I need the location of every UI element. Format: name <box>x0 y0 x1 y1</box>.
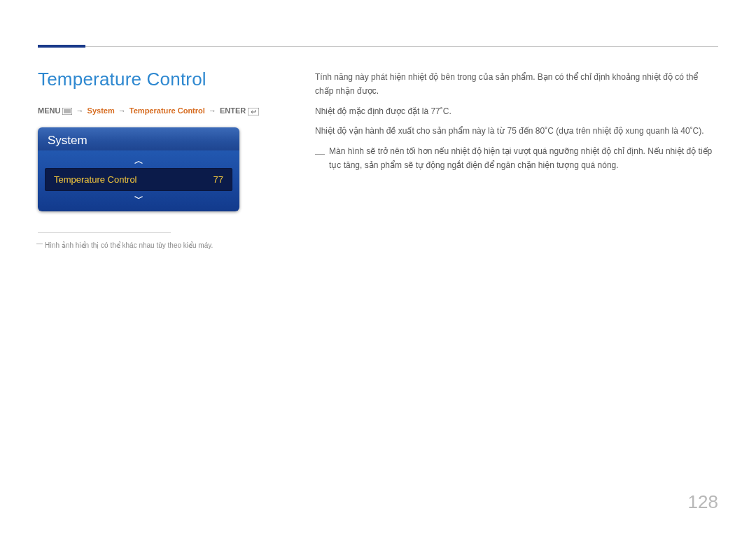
chevron-up-icon[interactable]: ︿ <box>45 155 232 167</box>
arrow-icon: → <box>118 106 126 115</box>
image-footnote: Hình ảnh hiển thị có thể khác nhau tùy t… <box>38 240 276 251</box>
breadcrumb: MENU → System → Temperature Control → EN… <box>38 106 276 116</box>
osd-panel: System ︿ Temperature Control 77 ﹀ <box>38 127 239 211</box>
osd-header: System <box>38 127 239 150</box>
top-rule <box>85 46 718 47</box>
description-paragraph-1: Tính năng này phát hiện nhiệt độ bên tro… <box>315 70 718 99</box>
chapter-marker <box>38 45 85 48</box>
page-number: 128 <box>688 491 718 513</box>
right-column: Tính năng này phát hiện nhiệt độ bên tro… <box>315 70 718 178</box>
breadcrumb-menu: MENU <box>38 106 60 115</box>
warning-note: Màn hình sẽ trở nên tối hơn nếu nhiệt độ… <box>315 144 718 173</box>
osd-selected-row[interactable]: Temperature Control 77 <box>45 168 232 191</box>
breadcrumb-system: System <box>88 106 115 115</box>
breadcrumb-temperature-control: Temperature Control <box>130 106 205 115</box>
menu-icon <box>62 108 72 115</box>
chevron-down-icon[interactable]: ﹀ <box>45 192 232 204</box>
osd-body: ︿ Temperature Control 77 ﹀ <box>38 150 239 211</box>
footnote-divider <box>38 232 171 233</box>
description-paragraph-2: Nhiệt độ mặc định được đặt là 77˚C. <box>315 104 718 118</box>
arrow-icon: → <box>209 106 216 115</box>
enter-icon <box>248 108 259 115</box>
breadcrumb-enter: ENTER <box>220 106 246 115</box>
arrow-icon: → <box>76 106 84 115</box>
description-paragraph-3: Nhiệt độ vận hành đề xuất cho sản phẩm n… <box>315 124 718 138</box>
osd-row-value: 77 <box>214 174 223 185</box>
left-column: Temperature Control MENU → System → Temp… <box>38 69 276 251</box>
section-title: Temperature Control <box>38 69 276 90</box>
osd-row-label: Temperature Control <box>54 174 137 185</box>
